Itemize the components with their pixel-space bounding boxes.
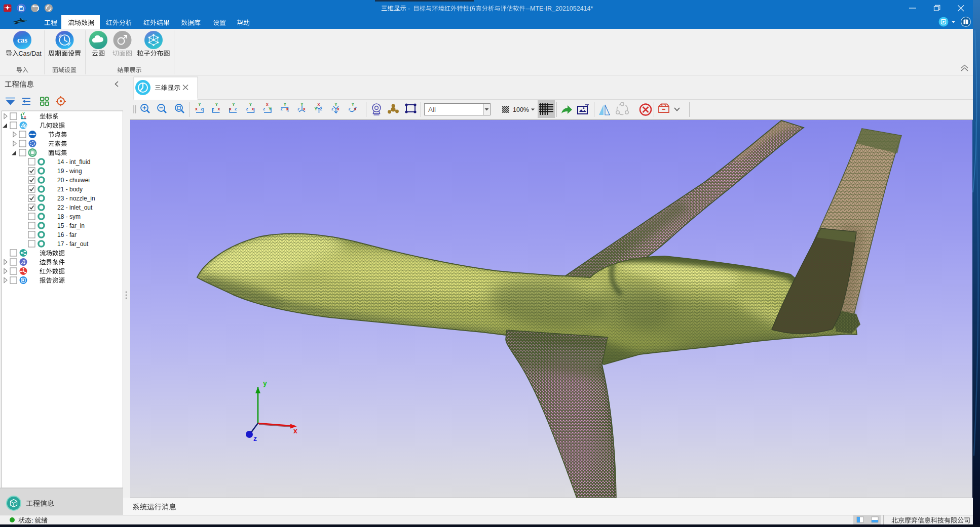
svg-text:z: z: [349, 106, 351, 111]
svg-text:cas: cas: [17, 36, 27, 44]
svg-text:x: x: [266, 102, 269, 107]
svg-text:Y: Y: [315, 106, 318, 111]
svg-text:19 - wing: 19 - wing: [57, 168, 82, 175]
svg-text:Cas/Dat: Cas/Dat: [19, 50, 42, 57]
svg-text:Y: Y: [249, 102, 252, 107]
svg-text:15 - far_in: 15 - far_in: [57, 222, 85, 229]
svg-text::: :: [31, 517, 33, 524]
svg-text:z: z: [212, 106, 214, 111]
svg-text:x: x: [218, 106, 220, 111]
svg-text:y: y: [263, 379, 267, 387]
svg-text:z: z: [331, 106, 333, 111]
svg-text:x: x: [318, 102, 320, 107]
svg-text:x: x: [303, 106, 306, 111]
svg-text:14 - int_fluid: 14 - int_fluid: [57, 158, 90, 166]
svg-text:18 - sym: 18 - sym: [57, 213, 81, 220]
svg-text:z: z: [281, 106, 283, 111]
svg-text:All: All: [428, 106, 436, 113]
svg-text:x: x: [24, 115, 26, 119]
svg-text:z: z: [263, 106, 265, 111]
svg-text:z: z: [246, 106, 248, 111]
svg-text:21 - body: 21 - body: [57, 186, 83, 193]
svg-text:Y: Y: [215, 102, 218, 107]
svg-text:Y: Y: [22, 112, 25, 115]
svg-text:x: x: [286, 106, 289, 111]
svg-text:z: z: [320, 106, 322, 111]
svg-text:z: z: [21, 115, 23, 119]
svg-text:16 - far: 16 - far: [57, 231, 77, 238]
svg-text:z: z: [235, 106, 237, 111]
svg-text:z: z: [297, 106, 299, 111]
svg-text:100%: 100%: [513, 106, 529, 113]
svg-text:MTE-IR_2021052414*: MTE-IR_2021052414*: [530, 5, 593, 12]
svg-text:23 - nozzle_in: 23 - nozzle_in: [57, 195, 95, 202]
svg-text:Y: Y: [269, 106, 272, 111]
svg-text:Y: Y: [198, 102, 201, 107]
svg-text:z: z: [253, 434, 257, 442]
svg-text:20 - chuiwei: 20 - chuiwei: [57, 177, 90, 184]
svg-text:Y: Y: [352, 102, 355, 107]
svg-text:x: x: [229, 106, 232, 111]
svg-text:x: x: [252, 106, 254, 111]
svg-text:z: z: [201, 106, 203, 111]
svg-text:x: x: [337, 106, 340, 111]
svg-text:Y: Y: [284, 102, 287, 107]
svg-text:17 - far_out: 17 - far_out: [57, 240, 89, 248]
svg-text:x: x: [354, 106, 357, 111]
svg-text:Y: Y: [334, 102, 337, 107]
svg-text:22 - inlet_out: 22 - inlet_out: [57, 204, 93, 211]
svg-text:x: x: [195, 106, 198, 111]
svg-text:Y: Y: [300, 102, 304, 107]
svg-text:Y: Y: [232, 102, 235, 107]
svg-text:x: x: [293, 427, 297, 435]
